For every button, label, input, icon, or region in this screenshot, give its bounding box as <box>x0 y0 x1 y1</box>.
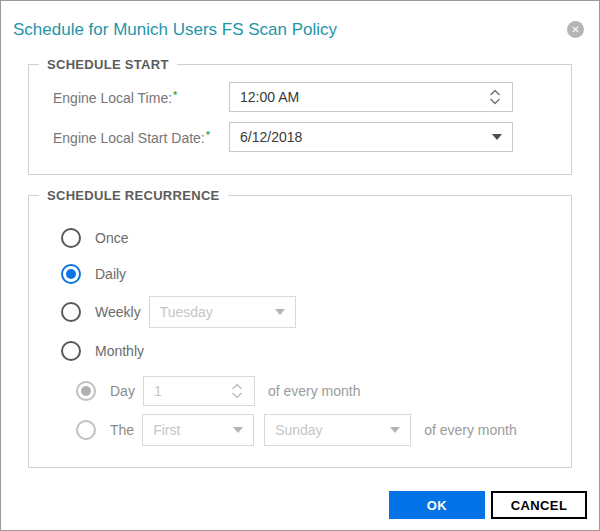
weekly-label: Weekly <box>95 304 141 320</box>
dropdown-arrow-icon <box>275 309 285 315</box>
dialog-footer: OK CANCEL <box>389 491 587 519</box>
monthly-day-number-value: 1 <box>154 383 230 399</box>
close-button[interactable]: ✕ <box>567 21 584 38</box>
once-label: Once <box>95 230 128 246</box>
radio-monthly-the <box>76 420 96 440</box>
monthly-day-number-input: 1 <box>143 376 255 406</box>
monthly-day-suffix: of every month <box>268 383 361 399</box>
radio-dot <box>66 346 76 356</box>
radio-once[interactable] <box>61 228 81 248</box>
engine-local-time-value: 12:00 AM <box>240 89 488 105</box>
engine-local-time-label-text: Engine Local Time: <box>53 90 172 106</box>
radio-daily[interactable] <box>61 264 81 284</box>
dropdown-arrow-icon <box>492 134 502 140</box>
engine-local-start-date-label-text: Engine Local Start Date: <box>53 130 205 146</box>
engine-local-time-row: Engine Local Time:* 12:00 AM <box>53 82 571 112</box>
schedule-start-section: SCHEDULE START Engine Local Time:* 12:00… <box>28 57 572 175</box>
dialog-title: Schedule for Munich Users FS Scan Policy <box>13 20 337 40</box>
engine-local-start-date-value: 6/12/2018 <box>240 129 492 145</box>
radio-dot <box>66 269 76 279</box>
day-stepper-icon <box>230 382 244 400</box>
monthly-weekday-value: Sunday <box>275 422 390 438</box>
monthly-the-suffix: of every month <box>424 422 517 438</box>
monthly-the-row: The First Sunday of every month <box>76 414 571 446</box>
monthly-label: Monthly <box>95 343 144 359</box>
recurrence-weekly-row: Weekly Tuesday <box>61 296 571 328</box>
dialog-titlebar: Schedule for Munich Users FS Scan Policy… <box>1 1 599 57</box>
monthly-ordinal-select: First <box>142 414 254 446</box>
required-asterisk: * <box>173 89 177 101</box>
time-stepper-icon[interactable] <box>488 88 502 106</box>
engine-local-time-label: Engine Local Time:* <box>53 89 229 106</box>
engine-local-start-date-select[interactable]: 6/12/2018 <box>229 122 513 152</box>
schedule-dialog: { "dialog": { "title": "Schedule for Mun… <box>0 0 600 531</box>
monthly-day-label: Day <box>110 383 135 399</box>
radio-monthly[interactable] <box>61 341 81 361</box>
ok-button[interactable]: OK <box>389 491 485 519</box>
monthly-ordinal-value: First <box>153 422 233 438</box>
radio-monthly-day <box>76 381 96 401</box>
monthly-weekday-select: Sunday <box>264 414 411 446</box>
schedule-recurrence-legend: SCHEDULE RECURRENCE <box>39 188 228 203</box>
daily-label: Daily <box>95 266 126 282</box>
monthly-day-row: Day 1 of every month <box>76 376 571 406</box>
engine-local-start-date-row: Engine Local Start Date:* 6/12/2018 <box>53 122 571 152</box>
recurrence-once-row: Once <box>61 227 571 249</box>
radio-weekly[interactable] <box>61 302 81 322</box>
required-asterisk: * <box>206 129 210 141</box>
close-x-icon: ✕ <box>571 25 579 35</box>
recurrence-monthly-row: Monthly <box>61 340 571 362</box>
dropdown-arrow-icon <box>390 427 400 433</box>
schedule-start-legend: SCHEDULE START <box>39 57 177 72</box>
engine-local-time-input[interactable]: 12:00 AM <box>229 82 513 112</box>
radio-dot <box>66 307 76 317</box>
schedule-recurrence-section: SCHEDULE RECURRENCE Once Daily Weekly Tu… <box>28 188 572 468</box>
dropdown-arrow-icon <box>233 427 243 433</box>
recurrence-daily-row: Daily <box>61 263 571 285</box>
engine-local-start-date-label: Engine Local Start Date:* <box>53 129 229 146</box>
weekly-day-value: Tuesday <box>160 304 275 320</box>
cancel-button[interactable]: CANCEL <box>491 491 587 519</box>
weekly-day-select: Tuesday <box>149 296 296 328</box>
radio-dot <box>66 233 76 243</box>
monthly-the-label: The <box>110 422 134 438</box>
radio-dot <box>81 386 91 396</box>
radio-dot <box>81 425 91 435</box>
